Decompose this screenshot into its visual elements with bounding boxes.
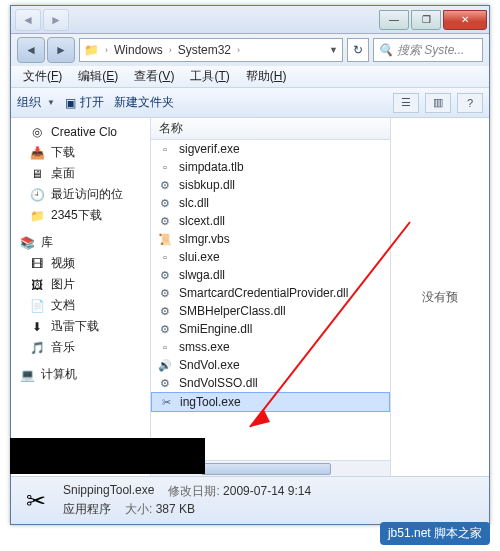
nav-item-documents[interactable]: 📄文档 xyxy=(11,295,150,316)
file-row[interactable]: 🔊SndVol.exe xyxy=(151,356,390,374)
nav-item-recent[interactable]: 🕘最近访问的位 xyxy=(11,184,150,205)
redaction-overlay xyxy=(10,438,205,474)
file-icon: ⚙ xyxy=(157,285,173,301)
breadcrumb-sep-icon: › xyxy=(169,45,172,55)
file-name: slcext.dll xyxy=(179,214,225,228)
file-row[interactable]: ⚙SMBHelperClass.dll xyxy=(151,302,390,320)
file-name: smss.exe xyxy=(179,340,230,354)
nav-item-music[interactable]: 🎵音乐 xyxy=(11,337,150,358)
file-row[interactable]: ⚙slwga.dll xyxy=(151,266,390,284)
desktop-icon: 🖥 xyxy=(29,166,45,182)
file-row[interactable]: ⚙slc.dll xyxy=(151,194,390,212)
nav-item-xunlei[interactable]: ⬇迅雷下载 xyxy=(11,316,150,337)
column-header-name[interactable]: 名称 xyxy=(151,118,390,140)
search-placeholder: 搜索 Syste... xyxy=(397,42,464,59)
menu-view[interactable]: 查看(V) xyxy=(126,66,182,87)
file-list[interactable]: ▫sigverif.exe▫simpdata.tlb⚙sisbkup.dll⚙s… xyxy=(151,140,390,460)
scroll-thumb[interactable] xyxy=(201,463,331,475)
nav-item-pictures[interactable]: 🖼图片 xyxy=(11,274,150,295)
file-name: simpdata.tlb xyxy=(179,160,244,174)
menu-file[interactable]: 文件(F) xyxy=(15,66,70,87)
file-row[interactable]: 📜slmgr.vbs xyxy=(151,230,390,248)
file-name: SmartcardCredentialProvider.dll xyxy=(179,286,348,300)
close-button[interactable]: ✕ xyxy=(443,10,487,30)
history-back-button[interactable]: ◄ xyxy=(15,9,41,31)
file-row[interactable]: ⚙SmiEngine.dll xyxy=(151,320,390,338)
chevron-down-icon: ▼ xyxy=(47,98,55,107)
clock-icon: 🕘 xyxy=(29,187,45,203)
file-icon: ▫ xyxy=(157,159,173,175)
preview-pane-button[interactable]: ▥ xyxy=(425,93,451,113)
file-pane: 名称 ▫sigverif.exe▫simpdata.tlb⚙sisbkup.dl… xyxy=(151,118,489,476)
file-icon: ▫ xyxy=(157,249,173,265)
breadcrumb[interactable]: System32 xyxy=(178,43,231,57)
open-button[interactable]: ▣打开 xyxy=(65,94,104,111)
file-row[interactable]: ⚙sisbkup.dll xyxy=(151,176,390,194)
file-name: sigverif.exe xyxy=(179,142,240,156)
new-folder-button[interactable]: 新建文件夹 xyxy=(114,94,174,111)
file-row[interactable]: ▫slui.exe xyxy=(151,248,390,266)
refresh-button[interactable]: ↻ xyxy=(347,38,369,62)
nav-item-libraries[interactable]: 📚库 xyxy=(11,232,150,253)
breadcrumb-sep-icon: › xyxy=(237,45,240,55)
breadcrumb-sep-icon: › xyxy=(105,45,108,55)
file-name: SndVolSSO.dll xyxy=(179,376,258,390)
menu-tools[interactable]: 工具(T) xyxy=(182,66,237,87)
file-row[interactable]: ▫smss.exe xyxy=(151,338,390,356)
search-icon: 🔍 xyxy=(378,43,393,57)
nav-item-desktop[interactable]: 🖥桌面 xyxy=(11,163,150,184)
folder-icon: 📁 xyxy=(29,208,45,224)
file-row[interactable]: ▫sigverif.exe xyxy=(151,140,390,158)
file-row[interactable]: ✂ingTool.exe xyxy=(151,392,390,412)
music-icon: 🎵 xyxy=(29,340,45,356)
file-icon: ⚙ xyxy=(157,321,173,337)
breadcrumb[interactable]: Windows xyxy=(114,43,163,57)
nav-item-creative-cloud[interactable]: ◎Creative Clo xyxy=(11,122,150,142)
file-row[interactable]: ▫simpdata.tlb xyxy=(151,158,390,176)
minimize-button[interactable]: — xyxy=(379,10,409,30)
search-input[interactable]: 🔍 搜索 Syste... xyxy=(373,38,483,62)
file-row[interactable]: ⚙SmartcardCredentialProvider.dll xyxy=(151,284,390,302)
status-size-key: 大小: xyxy=(125,502,152,516)
folder-icon: 📁 xyxy=(84,43,99,57)
file-row[interactable]: ⚙SndVolSSO.dll xyxy=(151,374,390,392)
file-list-wrap: 名称 ▫sigverif.exe▫simpdata.tlb⚙sisbkup.dl… xyxy=(151,118,391,476)
status-filename: SnippingTool.exe xyxy=(63,483,154,500)
nav-pane: ◎Creative Clo 📥下载 🖥桌面 🕘最近访问的位 📁2345下载 📚库… xyxy=(11,118,151,476)
file-name: slui.exe xyxy=(179,250,220,264)
maximize-button[interactable]: ❐ xyxy=(411,10,441,30)
nav-item-2345[interactable]: 📁2345下载 xyxy=(11,205,150,226)
nav-item-downloads[interactable]: 📥下载 xyxy=(11,142,150,163)
address-row: ◄ ► 📁 › Windows › System32 › ▼ ↻ 🔍 搜索 Sy… xyxy=(11,34,489,66)
address-dropdown-icon[interactable]: ▼ xyxy=(329,45,338,55)
address-bar[interactable]: 📁 › Windows › System32 › ▼ xyxy=(79,38,343,62)
menu-edit[interactable]: 编辑(E) xyxy=(70,66,126,87)
history-fwd-button[interactable]: ► xyxy=(43,9,69,31)
file-icon: ⚙ xyxy=(157,213,173,229)
view-mode-button[interactable]: ☰ xyxy=(393,93,419,113)
file-row[interactable]: ⚙slcext.dll xyxy=(151,212,390,230)
status-size-value: 387 KB xyxy=(156,502,195,516)
menu-help[interactable]: 帮助(H) xyxy=(238,66,295,87)
download-icon: ⬇ xyxy=(29,319,45,335)
status-filetype: 应用程序 xyxy=(63,501,111,518)
organize-button[interactable]: 组织▼ xyxy=(17,94,55,111)
watermark: jb51.net 脚本之家 xyxy=(380,522,490,545)
nav-back-button[interactable]: ◄ xyxy=(17,37,45,63)
file-icon: ⚙ xyxy=(157,303,173,319)
nav-fwd-button[interactable]: ► xyxy=(47,37,75,63)
menu-bar: 文件(F) 编辑(E) 查看(V) 工具(T) 帮助(H) xyxy=(11,66,489,88)
help-button[interactable]: ? xyxy=(457,93,483,113)
file-icon: ✂ xyxy=(158,394,174,410)
status-date-value: 2009-07-14 9:14 xyxy=(223,484,311,498)
file-icon: ▫ xyxy=(157,141,173,157)
nav-item-computer[interactable]: 💻计算机 xyxy=(11,364,150,385)
file-icon: 🔊 xyxy=(157,357,173,373)
preview-pane: 没有预 xyxy=(391,118,489,476)
file-icon: ⚙ xyxy=(157,195,173,211)
computer-icon: 💻 xyxy=(19,367,35,383)
nav-item-videos[interactable]: 🎞视频 xyxy=(11,253,150,274)
file-name: SndVol.exe xyxy=(179,358,240,372)
file-name: SmiEngine.dll xyxy=(179,322,252,336)
file-name: slc.dll xyxy=(179,196,209,210)
